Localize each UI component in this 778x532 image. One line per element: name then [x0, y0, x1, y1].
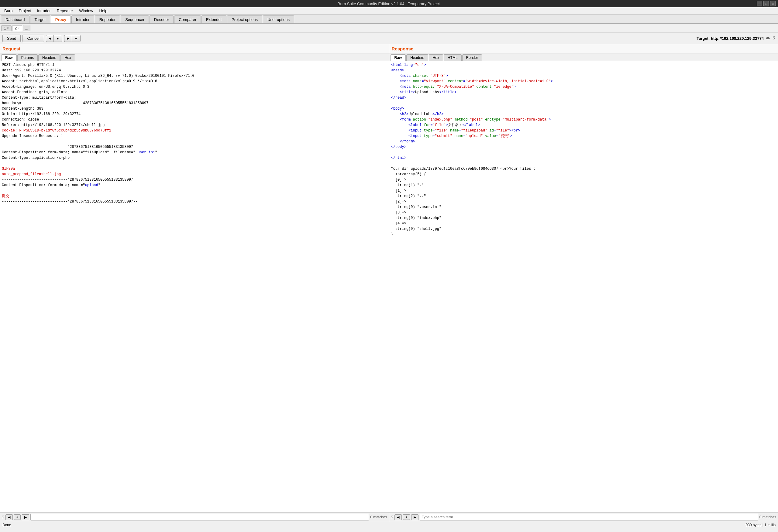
- next-button[interactable]: ▶: [64, 35, 72, 42]
- target-label: Target: http://192.168.220.129:32774: [697, 36, 764, 41]
- window-title: Burp Suite Community Edition v2.1.04 - T…: [21, 2, 757, 6]
- request-tab-hex[interactable]: Hex: [61, 54, 75, 61]
- resp-line-11: <label for="file">文件名：</label>: [408, 123, 480, 127]
- resp-line-9: <h2>Upload Labs</h2>: [400, 112, 443, 116]
- sub-tab-1-label: 1: [4, 26, 6, 30]
- cancel-button[interactable]: Cancel: [22, 34, 44, 42]
- resp-line-8: <body>: [391, 107, 404, 111]
- response-search-matches: 0 matches: [760, 515, 776, 519]
- resp-line-15: </body>: [391, 145, 406, 149]
- request-line-2: Upgrade-Insecure-Requests: 1 -----------…: [2, 134, 157, 160]
- response-search-input[interactable]: [420, 514, 758, 521]
- title-bar: Burp Suite Community Edition v2.1.04 - T…: [0, 0, 778, 7]
- response-search-prev[interactable]: ◀: [394, 514, 402, 520]
- menu-repeater[interactable]: Repeater: [54, 8, 76, 14]
- menu-project[interactable]: Project: [15, 8, 34, 14]
- response-tab-html[interactable]: HTML: [444, 54, 462, 61]
- response-tab-bar: Raw Headers Hex HTML Render: [389, 54, 778, 61]
- response-search-help[interactable]: ?: [391, 515, 394, 520]
- resp-line-12: <input type="file" name="fileUpload" id=…: [408, 128, 520, 133]
- main-content: Request Raw Params Headers Hex POST /ind…: [0, 44, 778, 522]
- next-dropdown-button[interactable]: ▼: [72, 35, 81, 42]
- resp-line-13: <input type="submit" name="upload" value…: [408, 134, 512, 138]
- request-tab-bar: Raw Params Headers Hex: [0, 54, 389, 61]
- tab-user-options[interactable]: User options: [263, 15, 294, 23]
- resp-line-6: <title>Upload Labs</title>: [400, 90, 457, 94]
- minimize-button[interactable]: —: [757, 1, 762, 6]
- menu-intruder[interactable]: Intruder: [34, 8, 54, 14]
- response-search-add[interactable]: +: [403, 514, 410, 520]
- request-search-next[interactable]: ▶: [22, 514, 29, 520]
- request-gif: GIF89a auto_prepend_file=shell.jpg: [2, 167, 61, 176]
- sub-tab-bar: 1 × 2 × ...: [0, 24, 778, 33]
- request-line-4: ------------------------------4287836751…: [2, 199, 137, 204]
- response-tab-hex[interactable]: Hex: [429, 54, 443, 61]
- sub-tab-2-label: 2: [15, 26, 17, 30]
- request-tab-headers[interactable]: Headers: [38, 54, 60, 61]
- prev-dropdown-button[interactable]: ▼: [54, 35, 62, 42]
- tab-extender[interactable]: Extender: [202, 15, 226, 23]
- resp-line-2: <head>: [391, 68, 404, 73]
- target-help-icon[interactable]: ?: [773, 36, 776, 41]
- response-search-bar: ? ◀ + ▶ 0 matches: [389, 512, 778, 522]
- sub-tab-1[interactable]: 1 ×: [1, 25, 11, 31]
- menu-burp[interactable]: Burp: [1, 8, 15, 14]
- request-search-bar: ? ◀ + ▶ 0 matches: [0, 512, 389, 522]
- resp-line-1: <html lang="en">: [391, 63, 426, 67]
- request-cookie: Cookie: PHPSESSID=b71df0f6cc6b4d2b5c9db0…: [2, 128, 111, 133]
- tab-proxy[interactable]: Proxy: [51, 15, 71, 23]
- request-submit: 提交: [2, 194, 9, 198]
- response-header: Response: [389, 44, 778, 54]
- request-header: Request: [0, 44, 389, 54]
- window-controls[interactable]: — □ ✕: [757, 1, 776, 6]
- main-tab-bar: Dashboard Target Proxy Intruder Repeater…: [0, 15, 778, 24]
- maximize-button[interactable]: □: [763, 1, 769, 6]
- resp-line-3: <meta charset="UTF-8">: [400, 74, 448, 78]
- response-panel: Response Raw Headers Hex HTML Render <ht…: [389, 44, 778, 522]
- edit-icon[interactable]: ✏: [766, 35, 770, 41]
- tab-dashboard[interactable]: Dashboard: [1, 15, 29, 23]
- tab-intruder[interactable]: Intruder: [71, 15, 94, 23]
- request-search-add[interactable]: +: [14, 514, 21, 520]
- close-button[interactable]: ✕: [770, 1, 776, 6]
- status-right: 930 bytes | 1 millis: [746, 523, 776, 527]
- tab-decoder[interactable]: Decoder: [150, 15, 173, 23]
- resp-line-14: </form>: [400, 140, 415, 144]
- sub-tab-2[interactable]: 2 ×: [12, 25, 22, 31]
- send-button[interactable]: Send: [2, 34, 21, 42]
- request-search-input[interactable]: [30, 514, 369, 521]
- request-line-1: POST /index.php HTTP/1.1 Host: 192.168.2…: [2, 63, 194, 127]
- tab-sequencer[interactable]: Sequencer: [121, 15, 149, 23]
- resp-line-7: </head>: [391, 96, 406, 100]
- response-tab-headers[interactable]: Headers: [406, 54, 428, 61]
- tab-project-options[interactable]: Project options: [227, 15, 262, 23]
- response-search-next[interactable]: ▶: [411, 514, 418, 520]
- tab-repeater[interactable]: Repeater: [95, 15, 120, 23]
- target-info: Target: http://192.168.220.129:32774 ✏ ?: [82, 35, 776, 41]
- request-content[interactable]: POST /index.php HTTP/1.1 Host: 192.168.2…: [0, 61, 389, 512]
- prev-button[interactable]: ◀: [46, 35, 54, 42]
- resp-line-5: <meta http-equiv="X-UA-Compatible" conte…: [400, 85, 516, 89]
- resp-output: Your dir uploads/18797edfc10ea8fc679eb9d…: [391, 167, 536, 237]
- response-tab-render[interactable]: Render: [462, 54, 482, 61]
- sub-tab-2-close[interactable]: ×: [18, 26, 19, 30]
- request-panel: Request Raw Params Headers Hex POST /ind…: [0, 44, 389, 522]
- tab-target[interactable]: Target: [30, 15, 50, 23]
- response-content[interactable]: <html lang="en"> <head> <meta charset="U…: [389, 61, 778, 512]
- sub-tab-more[interactable]: ...: [23, 25, 30, 31]
- response-tab-raw[interactable]: Raw: [391, 54, 406, 61]
- request-tab-raw[interactable]: Raw: [1, 54, 17, 61]
- request-tab-params[interactable]: Params: [17, 54, 38, 61]
- request-line-3: ------------------------------4287836751…: [2, 178, 133, 187]
- request-search-matches: 0 matches: [370, 515, 387, 519]
- toolbar: Send Cancel ◀ ▼ ▶ ▼ Target: http://192.1…: [0, 33, 778, 44]
- resp-line-4: <meta name="viewport" content="width=dev…: [400, 79, 553, 84]
- tab-comparer[interactable]: Comparer: [174, 15, 201, 23]
- status-bar: Done 930 bytes | 1 millis: [0, 522, 778, 528]
- menu-help[interactable]: Help: [96, 8, 110, 14]
- next-nav-group: ▶ ▼: [64, 35, 81, 42]
- sub-tab-1-close[interactable]: ×: [7, 26, 9, 30]
- request-search-prev[interactable]: ◀: [5, 514, 13, 520]
- menu-window[interactable]: Window: [76, 8, 96, 14]
- request-search-help[interactable]: ?: [2, 515, 4, 520]
